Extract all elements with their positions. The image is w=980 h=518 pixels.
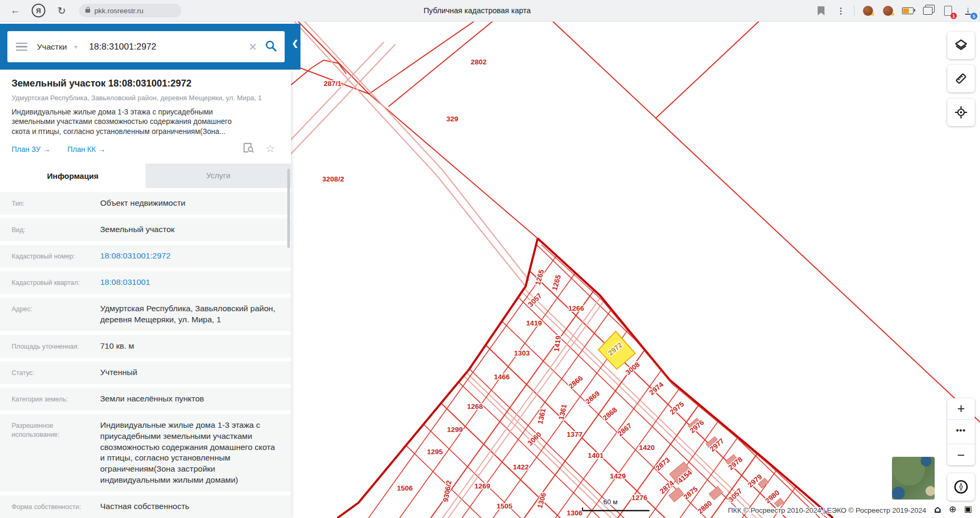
search-panel: Участки ▾ ✕ ❮ (0, 24, 300, 70)
row-label: Адрес: (12, 303, 100, 314)
header-icons: ☆ (232, 142, 279, 155)
parcel-label: 1505 (497, 502, 513, 510)
info-row: Категория земель:Земли населённых пункто… (0, 388, 291, 410)
page-title: Публичная кадастровая карта (423, 6, 530, 15)
row-label: Тип: (12, 198, 100, 208)
object-title: Земельный участок 18:08:031001:2972 (12, 78, 279, 89)
parcel-label: 1429 (610, 472, 626, 480)
plan-view-icon[interactable] (243, 142, 255, 155)
address-bar[interactable]: pkk.rosreestr.ru (79, 4, 181, 17)
lock-icon (85, 9, 90, 13)
menu-kebab-icon[interactable]: ⋮ (834, 4, 848, 17)
object-header: Земельный участок 18:08:031001:2972 Удму… (0, 70, 291, 160)
home-icon[interactable]: ⌂ (934, 504, 942, 514)
row-label: Вид: (12, 224, 100, 235)
search-input[interactable] (88, 41, 211, 53)
info-row: Форма собственности:Частная собственност… (0, 495, 291, 518)
search-category-dropdown[interactable]: Участки (37, 42, 67, 52)
extension-icon-2[interactable] (881, 4, 895, 17)
bookmark-icon[interactable] (814, 4, 828, 17)
parcel-label: 329 (447, 115, 459, 123)
row-value: Земли населённых пунктов (100, 394, 291, 405)
parcel-label: 1276 (632, 494, 648, 502)
menu-hamburger-icon[interactable] (16, 41, 27, 53)
parcel-label: 1268 (467, 402, 483, 410)
parcel-label: 2866 (567, 374, 585, 390)
parcel-label: ПКК © Росреестр 2010-2024 | ЕЭКО © Росре… (728, 506, 927, 514)
row-label: Кадастровый квартал: (12, 277, 100, 287)
plan-kk-link[interactable]: План КК → (67, 145, 106, 154)
parcel-label: 1361 (557, 403, 568, 420)
alert-badge: 1 (950, 13, 957, 19)
row-label: Форма собственности: (12, 501, 100, 512)
sidebar-scrollbar[interactable] (287, 169, 290, 248)
info-row: Статус:Учтенный (0, 361, 291, 384)
parcel-label: 1266 (568, 304, 585, 312)
overview-minimap[interactable] (892, 457, 935, 500)
downloads-badge: 5 (971, 13, 977, 20)
tab-services[interactable]: Услуги (145, 164, 291, 188)
info-row: Разрешенное использование:Индивидуальные… (0, 414, 291, 492)
browser-logo-icon[interactable]: Я (31, 3, 46, 18)
screen: { "browser": { "url": "pkk.rosreestr.ru"… (0, 0, 980, 518)
parcel-label: 9306/2 (442, 480, 453, 503)
info-row: Площадь уточненная:710 кв. м (0, 335, 291, 358)
zoom-controls: + ••• − (947, 398, 975, 465)
row-label: Кадастровый номер: (12, 251, 100, 261)
parcel-label: 1265 (534, 268, 546, 286)
marker-button[interactable] (947, 99, 975, 126)
reload-button[interactable]: ↻ (54, 3, 70, 18)
row-label: Разрешенное использование: (12, 420, 100, 439)
ruler-icon (954, 72, 968, 85)
parcel-label: 1419 (526, 319, 542, 327)
parcel-label: 2802 (471, 58, 487, 66)
alert-document-icon[interactable]: 1 (941, 4, 955, 17)
compass-icon (953, 479, 969, 495)
info-row: Вид:Земельный участок (0, 218, 291, 241)
search-box: Участки ▾ ✕ (7, 31, 285, 62)
info-row: Адрес:Удмуртская Республика, Завьяловски… (0, 298, 291, 331)
locate-icon[interactable]: ⊕ (949, 505, 956, 514)
zoom-out-button[interactable]: − (947, 444, 975, 465)
row-label: Площадь уточненная: (12, 341, 100, 351)
compass-button[interactable] (947, 473, 975, 501)
chevron-down-icon[interactable]: ▾ (74, 43, 77, 51)
tabs-panel-icon[interactable] (921, 4, 935, 17)
toolbar-divider (854, 5, 855, 16)
downloads-icon[interactable]: ↓ 5 (961, 4, 975, 17)
parcel-label: 1377 (567, 430, 583, 438)
fullscreen-icon[interactable]: ▣ (964, 505, 972, 513)
parcel-label: 1506 (397, 484, 413, 492)
parcel-label: 1419 (552, 335, 562, 352)
extension-icon-1[interactable] (861, 4, 875, 17)
layers-icon (954, 39, 968, 52)
collapse-panel-icon[interactable]: ❮ (292, 39, 298, 48)
row-value-link[interactable]: 18:08:031001 (100, 277, 291, 288)
zoom-in-button[interactable]: + (947, 398, 975, 419)
favorite-star-icon[interactable]: ☆ (265, 142, 275, 155)
object-address: Удмуртская Республика, Завьяловский райо… (12, 94, 279, 102)
zoom-more-button[interactable]: ••• (947, 419, 975, 444)
clear-search-icon[interactable]: ✕ (248, 41, 257, 53)
info-rows: Тип:Объект недвижимостиВид:Земельный уча… (0, 188, 291, 518)
row-value: 710 кв. м (100, 341, 291, 352)
parcel-label: 3208/2 (322, 175, 344, 183)
parcel-label: 3057 (727, 487, 744, 504)
back-button[interactable]: ← (7, 3, 23, 18)
parcel-label: 60 м (603, 498, 617, 506)
plan-zu-link[interactable]: План ЗУ → (12, 145, 51, 154)
parcel-label: 2974 (648, 380, 665, 397)
ruler-button[interactable] (947, 65, 975, 92)
parcel-label: 1361 (536, 407, 547, 425)
url-text: pkk.rosreestr.ru (94, 7, 143, 15)
parcel-label: 2977 (709, 437, 726, 453)
layers-button[interactable] (947, 32, 975, 59)
info-row: Тип:Объект недвижимости (0, 192, 291, 215)
plan-links-row: План ЗУ → План КК → ☆ (12, 142, 279, 155)
tab-information[interactable]: Информация (0, 164, 145, 188)
row-value-link[interactable]: 18:08:031001:2972 (100, 251, 291, 262)
search-icon[interactable] (265, 40, 277, 54)
battery-icon[interactable] (901, 4, 915, 17)
toolbar-right: ⋮ 1 ↓ 5 (808, 4, 980, 17)
info-row: Кадастровый квартал:18:08:031001 (0, 271, 291, 294)
